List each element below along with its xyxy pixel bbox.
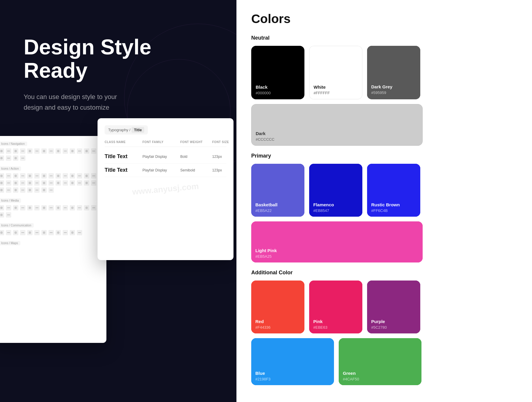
icon-item — [27, 180, 33, 186]
swatch-red-info: Red #F44336 — [251, 316, 304, 333]
icon-item — [63, 180, 68, 186]
swatch-flamenco: Flamenco #EB8547 — [309, 164, 362, 217]
swatch-red-color — [251, 281, 304, 316]
swatch-darkgrey-info: Dark Grey #595959 — [367, 81, 420, 99]
action-icons-grid — [0, 173, 102, 193]
icon-item — [48, 148, 54, 154]
icon-item — [13, 155, 18, 161]
icon-item — [13, 187, 18, 193]
icon-item — [70, 148, 75, 154]
neutral-label: Neutral — [251, 35, 517, 41]
swatch-rusticbrown-info: Rustic Brown #FF6C4B — [367, 199, 420, 217]
swatch-pink-color — [309, 281, 362, 316]
icon-item — [0, 148, 4, 154]
nav-section-label: Icons / Navigation — [0, 142, 27, 146]
icon-item — [48, 173, 54, 179]
icon-item — [77, 205, 82, 210]
swatch-purple-color — [367, 281, 420, 316]
icon-item — [6, 205, 11, 210]
primary-top-row: Basketball #EB5A22 Flamenco #EB8547 Rust… — [251, 164, 517, 217]
swatch-pink-info: Pink #EBE63 — [309, 316, 362, 333]
icon-item — [41, 180, 47, 186]
icon-item — [91, 173, 96, 179]
icon-item — [13, 180, 18, 186]
icon-item — [13, 205, 18, 210]
comm-icons-grid — [0, 230, 102, 235]
swatch-flamenco-info: Flamenco #EB8547 — [309, 199, 362, 217]
swatch-darkgrey: Dark Grey #595959 — [367, 46, 420, 99]
swatch-darkgrey-color — [367, 46, 420, 81]
icon-item — [70, 230, 75, 235]
typography-breadcrumb: Typography / Title — [105, 125, 148, 134]
icon-item — [34, 148, 40, 154]
icon-item — [84, 180, 89, 186]
additional-top-row: Red #F44336 Pink #EBE63 Purple #5C2780 — [251, 281, 517, 333]
typography-watermark: www.anyusj.com — [132, 181, 199, 197]
typography-row: Title Text Playfair Display Semibold 123… — [105, 163, 226, 177]
swatch-purple-info: Purple #5C2780 — [367, 316, 420, 333]
icon-item — [63, 173, 68, 179]
icon-item — [34, 173, 40, 179]
icon-item — [84, 173, 89, 179]
swatch-black: Black #000000 — [251, 46, 304, 99]
swatch-green-color — [339, 338, 421, 368]
icon-item — [0, 173, 4, 179]
left-panel: www.anyusj.com Design Style Ready You ca… — [0, 0, 236, 402]
icon-item — [91, 180, 96, 186]
neutral-section: Neutral Black #000000 White #FFFFFF — [251, 35, 517, 146]
icon-item — [20, 155, 25, 161]
swatch-pink: Pink #EBE63 — [309, 281, 362, 333]
swatch-basketball-color — [251, 164, 304, 199]
typography-card: www.anyusj.com Typography / Title CLASS … — [98, 118, 233, 260]
mockup-container: Icons / Navigation — [0, 118, 236, 402]
swatch-black-color — [252, 46, 304, 82]
swatch-purple: Purple #5C2780 — [367, 281, 420, 333]
icon-item — [56, 180, 61, 186]
icon-item — [41, 148, 47, 154]
swatch-basketball: Basketball #EB5A22 — [251, 164, 304, 217]
colors-title: Colors — [251, 12, 517, 26]
icon-item — [56, 230, 61, 235]
hero-title: Design Style Ready — [24, 35, 151, 82]
icon-item — [56, 205, 61, 210]
icon-item — [6, 148, 11, 154]
swatch-red: Red #F44336 — [251, 281, 304, 333]
swatch-lightpink: Light Pink #EB5A25 — [251, 221, 423, 262]
icon-item — [63, 148, 68, 154]
primary-label: Primary — [251, 153, 517, 159]
primary-section: Primary Basketball #EB5A22 Flamenco #EB8… — [251, 153, 517, 262]
icon-item — [13, 148, 18, 154]
additional-label: Additional Color — [251, 270, 517, 276]
comm-section-label: Icons / Communication — [0, 223, 34, 228]
icon-item — [27, 205, 33, 210]
swatch-blue-color — [251, 338, 334, 368]
swatch-flamenco-color — [309, 164, 362, 199]
icon-item — [48, 205, 54, 210]
swatch-rusticbrown-color — [367, 164, 420, 199]
icon-item — [56, 173, 61, 179]
swatch-dark-info: Dark #CCCCCC — [252, 128, 422, 145]
icon-item — [63, 205, 68, 210]
icon-item — [20, 148, 25, 154]
icon-item — [20, 205, 25, 210]
icon-item — [41, 173, 47, 179]
icon-item — [0, 187, 4, 193]
icon-item — [34, 205, 40, 210]
icon-item — [27, 148, 33, 154]
icon-item — [91, 205, 96, 210]
icon-item — [63, 230, 68, 235]
typography-table-header: CLASS NAME FONT FAMILY FONT WEIGHT FONT … — [105, 140, 226, 147]
icon-item — [6, 173, 11, 179]
additional-section: Additional Color Red #F44336 Pink #EBE63 — [251, 270, 517, 385]
swatch-green-info: Green #4CAF50 — [339, 368, 421, 385]
swatch-basketball-info: Basketball #EB5A22 — [251, 199, 304, 217]
icon-item — [0, 155, 4, 161]
icon-item — [56, 148, 61, 154]
swatch-white-color — [309, 46, 362, 82]
icon-item — [20, 187, 25, 193]
icon-item — [41, 187, 47, 193]
swatch-dark: Dark #CCCCCC — [251, 104, 423, 146]
neutral-top-row: Black #000000 White #FFFFFF Dark Grey #5… — [251, 46, 517, 99]
icon-item — [6, 155, 11, 161]
icon-item — [91, 148, 96, 154]
